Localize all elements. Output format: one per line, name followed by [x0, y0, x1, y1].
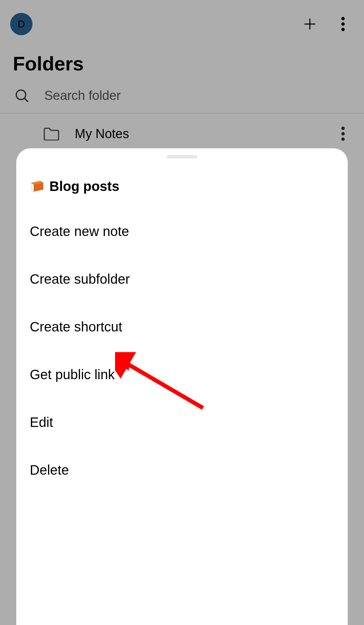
context-menu-sheet: Blog posts Create new note Create subfol… — [16, 148, 348, 625]
menu-item-label: Delete — [30, 462, 69, 477]
menu-item-label: Create shortcut — [30, 319, 122, 334]
menu-item-edit[interactable]: Edit — [16, 398, 348, 446]
menu-item-create-note[interactable]: Create new note — [16, 208, 348, 255]
sheet-header: Blog posts — [16, 172, 348, 208]
menu-item-label: Create new note — [30, 224, 129, 239]
menu-item-create-subfolder[interactable]: Create subfolder — [16, 255, 348, 303]
sheet-handle[interactable] — [167, 155, 197, 158]
menu-item-label: Create subfolder — [30, 272, 130, 286]
menu-item-get-public-link[interactable]: Get public link — [16, 351, 348, 398]
menu-item-label: Edit — [30, 415, 53, 430]
book-icon — [30, 181, 44, 192]
menu-item-delete[interactable]: Delete — [16, 446, 348, 494]
menu-item-create-shortcut[interactable]: Create shortcut — [16, 303, 348, 351]
menu-item-label: Get public link — [30, 367, 115, 382]
sheet-title: Blog posts — [49, 179, 119, 194]
menu-list: Create new note Create subfolder Create … — [16, 208, 348, 494]
